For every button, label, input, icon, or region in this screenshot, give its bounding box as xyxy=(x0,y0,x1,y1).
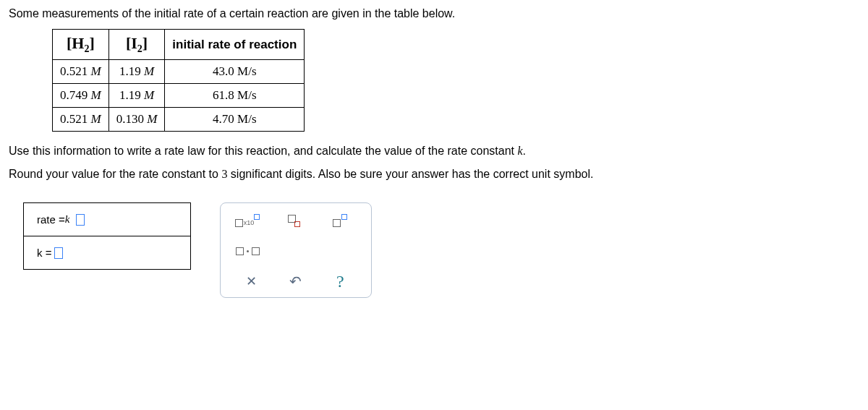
table-row: 0.521 M 1.19 M 43.0 M/s xyxy=(53,60,305,84)
answer-box-group: rate = k k = xyxy=(23,202,191,270)
subscript-button[interactable] xyxy=(280,210,307,231)
intro-text: Some measurements of the initial rate of… xyxy=(9,7,859,20)
close-icon: ✕ xyxy=(246,273,257,289)
scientific-notation-button[interactable]: x10 xyxy=(234,210,261,231)
col-header-rate: initial rate of reaction xyxy=(165,30,305,60)
instruction-2: Round your value for the rate constant t… xyxy=(9,168,859,181)
superscript-button[interactable] xyxy=(326,210,354,231)
box-icon xyxy=(235,219,243,227)
instruction-1: Use this information to write a rate law… xyxy=(9,145,859,158)
dot-icon xyxy=(247,250,249,252)
clear-button[interactable]: ✕ xyxy=(238,271,265,291)
table-row: 0.749 M 1.19 M 61.8 M/s xyxy=(53,84,305,108)
table-row: 0.521 M 0.130 M 4.70 M/s xyxy=(53,108,305,132)
k-input-placeholder[interactable] xyxy=(54,247,63,259)
multiply-dot-button[interactable] xyxy=(234,241,261,261)
rate-label: rate = xyxy=(37,213,65,226)
help-button[interactable]: ? xyxy=(326,271,354,291)
subscript-box-icon xyxy=(294,221,300,227)
help-icon: ? xyxy=(336,272,344,291)
exponent-box-icon xyxy=(254,214,260,220)
reset-button[interactable]: ↶ xyxy=(282,271,310,291)
box-icon xyxy=(252,247,260,255)
k-label: k = xyxy=(37,247,51,259)
rate-answer-row[interactable]: rate = k xyxy=(24,203,190,236)
col-header-i2: [I2] xyxy=(109,30,165,60)
box-icon xyxy=(236,247,244,255)
superscript-box-icon xyxy=(341,214,347,220)
rate-k-symbol: k xyxy=(65,213,70,226)
rate-input-placeholder[interactable] xyxy=(76,214,85,226)
data-table: [H2] [I2] initial rate of reaction 0.521… xyxy=(52,29,305,132)
undo-icon: ↶ xyxy=(289,273,302,290)
box-icon xyxy=(333,219,341,227)
k-answer-row[interactable]: k = xyxy=(24,236,190,269)
col-header-h2: [H2] xyxy=(53,30,109,60)
symbol-toolbox: x10 xyxy=(220,202,372,298)
x10-label: x10 xyxy=(244,219,255,226)
